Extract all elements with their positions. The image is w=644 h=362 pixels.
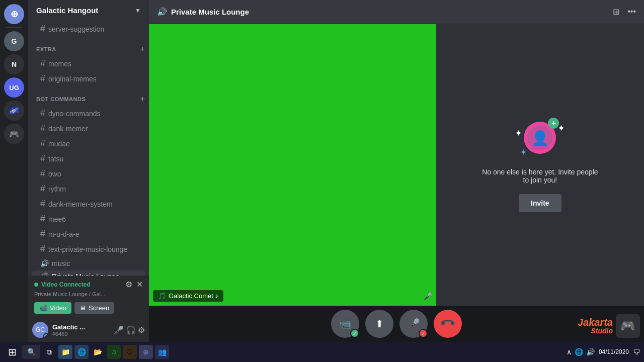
server-icon-bar: ⊕ G N UG 🌌 🎮 [0,0,28,342]
invite-button[interactable]: Invite [519,194,561,212]
headset-icon[interactable]: 🎧 [126,325,136,335]
server-icon-4[interactable]: 🌌 [4,101,24,121]
server-icon-3[interactable]: UG [4,77,24,98]
hash-icon: # [40,153,45,164]
hash-icon: # [40,244,45,254]
server-icon-2[interactable]: N [4,54,24,74]
channel-mudae[interactable]: # mudae [32,136,145,151]
hash-icon: # [40,138,45,149]
invite-avatar-group: ✦ 👤 + ✦ ✦ [515,118,565,158]
tray-volume-icon[interactable]: 🔊 [586,348,595,356]
hash-icon: # [40,214,45,224]
discord-home-icon[interactable]: ⊕ [4,4,24,24]
more-options-icon[interactable]: ••• [627,7,636,17]
voice-channel-private-music-lounge-header[interactable]: 🔊 Private Music Lounge [32,270,145,276]
taskbar-teams[interactable]: 👥 [155,345,169,359]
taskbar: ⊞ 🔍 ⧉ 📁 🌐 📂 ♫ 🛡 ⊕ 👥 ∧ [0,342,644,362]
taskbar-edge[interactable]: 🌐 [74,345,89,359]
watermark: Jakarta Studio 🎮 [578,314,640,338]
settings-icon[interactable]: ⚙ [138,325,145,335]
video-flag-icon: 🎵 [158,292,166,300]
taskbar-task-view[interactable]: ⧉ [42,345,56,359]
taskbar-shield[interactable]: 🛡 [123,345,137,359]
watermark-text-area: Jakarta Studio [578,317,613,334]
channel-rythm[interactable]: # rythm [32,182,145,196]
tray-network-icon[interactable]: 🌐 [575,348,583,356]
video-main: 🎵 Galactic Comet ♪ 🎤 [149,24,436,306]
layout-grid-icon[interactable]: ⊞ [613,7,619,17]
share-screen-button[interactable]: ⬆ [365,310,393,338]
channel-server-suggestion[interactable]: # server-suggestion [32,22,145,36]
tray-up-icon[interactable]: ∧ [567,348,572,356]
video-button[interactable]: 📹 Video [34,302,71,314]
channel-type-icon: 🔊 [157,7,167,17]
mute-active-badge: ✓ [419,329,428,338]
taskbar-left: ⊞ 🔍 ⧉ 📁 🌐 📂 ♫ 🛡 ⊕ 👥 [4,344,169,360]
hash-icon: # [40,58,45,69]
channel-mee6[interactable]: # mee6 [32,212,145,226]
call-controls: 📹 ✓ ⬆ 🎤 ✓ 📞 [149,306,644,342]
mute-button[interactable]: 🎤 ✓ [399,310,428,338]
video-user-badge: 🎵 Galactic Comet ♪ [153,290,223,302]
taskbar-folder[interactable]: 📂 [91,345,105,359]
video-area: 🎵 Galactic Comet ♪ 🎤 ✦ 👤 + ✦ [149,24,644,306]
channel-dyno-commands[interactable]: # dyno-commands [32,106,145,121]
sparkle-icon-3: ✦ [520,147,527,158]
channel-owo[interactable]: # owo [32,166,145,181]
voice-settings-icon[interactable]: ⚙ [125,280,132,289]
section-bot-commands[interactable]: BOT COMMANDS + [28,86,149,106]
start-button[interactable]: ⊞ [4,344,20,360]
channel-original-memes[interactable]: # original-memes [32,71,145,86]
share-icon: ⬆ [375,318,384,330]
hash-icon: # [40,108,45,119]
user-info: Galactic ... #6469 [52,323,110,337]
channel-memes[interactable]: # memes [32,56,145,71]
main-content: 🔊 Private Music Lounge ⊞ ••• 🎵 Galactic … [149,0,644,342]
section-bot-commands-add-icon[interactable]: + [140,95,145,104]
person-icon: 👤 [531,130,549,146]
voice-stream-buttons: 📹 Video 🖥 Screen [34,302,143,314]
end-call-icon: 📞 [439,315,457,333]
taskbar-search-icon[interactable]: 🔍 [22,345,40,359]
screen-button[interactable]: 🖥 Screen [74,302,114,314]
hash-icon: # [40,73,45,84]
hash-icon: # [40,199,45,209]
main-header-left: 🔊 Private Music Lounge [157,7,249,17]
end-call-button[interactable]: 📞 [434,310,462,338]
camera-icon: 📹 [339,318,352,330]
channel-dank-memer[interactable]: # dank-memer [32,121,145,136]
server-icon-5[interactable]: 🎮 [4,124,24,144]
voice-channel-music-header[interactable]: 🔊 music [32,257,145,269]
taskbar-tray: ∧ 🌐 🔊 [567,348,595,356]
hash-icon: # [40,229,45,239]
hash-icon: # [40,168,45,179]
voice-channel-music: 🔊 music [28,257,149,270]
channel-m-u-d-a-e[interactable]: # m-u-d-a-e [32,227,145,241]
channel-tatsu[interactable]: # tatsu [32,151,145,166]
server-dropdown-icon: ▼ [135,7,141,14]
sidebar-user-area: GC Galactic ... #6469 🎤 🎧 ⚙ [28,318,149,342]
main-header-controls: ⊞ ••• [613,7,636,17]
video-icon: 📹 [39,304,47,312]
hash-icon: # [40,123,45,134]
taskbar-spotify[interactable]: ♫ [107,345,121,359]
voice-connected-bar: Video Connected ⚙ ✕ Private Music Lounge… [28,276,149,318]
notification-icon[interactable]: 🗨 [633,348,640,356]
section-extra-add-icon[interactable]: + [140,45,145,54]
main-header: 🔊 Private Music Lounge ⊞ ••• [149,0,644,24]
channel-text-private-music-lounge[interactable]: # text-private-music-lounge [32,242,145,256]
video-overlay: 🎵 Galactic Comet ♪ 🎤 [153,290,432,302]
camera-active-badge: ✓ [350,329,359,338]
sidebar: Galactic Hangout ▼ # server-suggestion E… [28,0,149,342]
camera-button[interactable]: 📹 ✓ [331,310,359,338]
voice-disconnect-icon[interactable]: ✕ [136,280,143,289]
server-header[interactable]: Galactic Hangout ▼ [28,0,149,21]
mic-icon[interactable]: 🎤 [114,325,124,335]
channel-dank-memer-system[interactable]: # dank-memer-system [32,197,145,211]
taskbar-discord[interactable]: ⊕ [139,345,153,359]
taskbar-clock[interactable]: 04/11/2020 [599,348,629,356]
taskbar-explorer[interactable]: 📁 [58,345,72,359]
user-avatar: GC [32,322,48,338]
section-extra[interactable]: EXTRA + [28,37,149,56]
server-icon-1[interactable]: G [4,31,24,51]
